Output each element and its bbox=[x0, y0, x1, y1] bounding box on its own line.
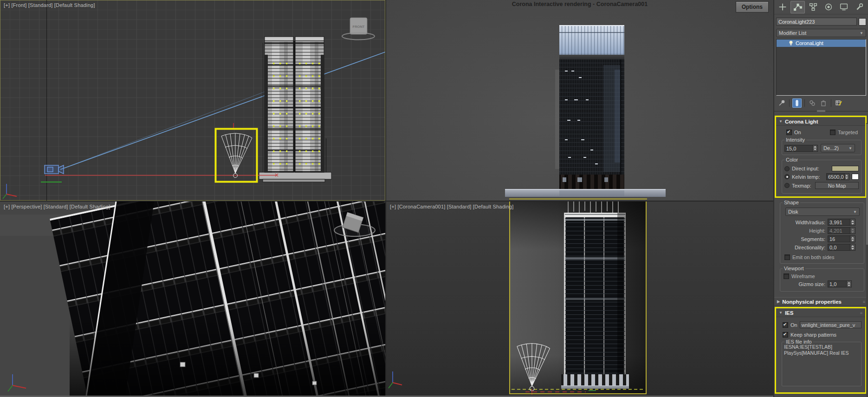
viewport-splitter-horizontal[interactable] bbox=[0, 201, 773, 202]
drag-handle-icon: ≡ bbox=[860, 311, 862, 315]
utilities-tab-icon[interactable] bbox=[852, 1, 866, 13]
modify-tab-icon[interactable] bbox=[790, 1, 805, 13]
create-tab-icon[interactable] bbox=[775, 1, 790, 13]
checkbox-icon[interactable] bbox=[784, 254, 790, 260]
remove-modifier-icon[interactable] bbox=[819, 98, 828, 108]
chevron-down-icon: ▼ bbox=[849, 146, 852, 150]
stack-toolbar bbox=[774, 98, 868, 109]
texmap-button[interactable]: No Map bbox=[815, 182, 859, 189]
collapse-arrow-icon: ▼ bbox=[779, 311, 783, 315]
group-label: IES file info bbox=[784, 339, 813, 345]
panel-scrollbar[interactable] bbox=[866, 123, 868, 397]
shape-type-dropdown[interactable]: Disk ▼ bbox=[785, 208, 860, 216]
axis-tripod-perspective bbox=[8, 374, 26, 391]
rollout-title: IES bbox=[785, 310, 794, 316]
building-front-elevation[interactable] bbox=[259, 37, 331, 182]
group-label: Viewport bbox=[783, 266, 805, 271]
stack-item-label: CoronaLight bbox=[796, 40, 823, 46]
viewport-splitter-vertical[interactable] bbox=[385, 0, 386, 396]
camera-canvas[interactable] bbox=[386, 202, 773, 396]
object-name-field[interactable]: CoronaLight223 bbox=[776, 18, 857, 26]
corona-camera-gizmo[interactable] bbox=[45, 165, 64, 174]
viewport-camera[interactable]: [+] [CoronaCamera001] [Standard] [Defaul… bbox=[386, 202, 773, 396]
light-on-checkbox[interactable]: On bbox=[786, 130, 801, 135]
direct-input-radio[interactable] bbox=[784, 166, 790, 171]
viewport-corona-render[interactable]: Corona Interactive rendering - CoronaCam… bbox=[386, 0, 773, 201]
viewcube-face-label: FRONT bbox=[353, 25, 365, 29]
viewport-front[interactable]: [+] [Front] [Standard] [Default Shading] bbox=[0, 0, 385, 201]
front-viewport-canvas[interactable]: FRONT bbox=[0, 0, 385, 201]
wireframe-checkbox[interactable]: Wireframe bbox=[784, 273, 862, 279]
axis-tripod bbox=[3, 184, 17, 199]
object-color-swatch[interactable] bbox=[859, 18, 866, 26]
viewport-front-label[interactable]: [+] [Front] [Standard] [Default Shading] bbox=[4, 2, 95, 8]
checkbox-checked-icon[interactable] bbox=[786, 130, 792, 135]
pin-stack-icon[interactable] bbox=[777, 98, 786, 108]
display-tab-icon[interactable] bbox=[836, 1, 851, 13]
group-label: Color bbox=[784, 157, 799, 163]
emit-both-sides-checkbox[interactable]: Emit on both sides bbox=[783, 254, 862, 260]
kelvin-spinner[interactable]: 6500,0 bbox=[826, 173, 849, 180]
intensity-units-dropdown[interactable]: De...2) ▼ bbox=[821, 144, 855, 152]
gizmo-size-spinner[interactable]: 1,0 bbox=[828, 280, 852, 287]
stack-item-coronalight[interactable]: CoronaLight bbox=[777, 39, 866, 47]
render-window-title: Corona Interactive rendering - CoronaCam… bbox=[386, 1, 773, 7]
drag-handle-icon: ≡ bbox=[863, 299, 865, 304]
viewport-camera-label[interactable]: [+] [CoronaCamera001] [Standard] [Defaul… bbox=[390, 204, 514, 209]
perspective-canvas[interactable] bbox=[0, 202, 385, 396]
viewport-group: Viewport Wireframe Gizmo size: 1,0 bbox=[780, 268, 864, 292]
expand-arrow-icon: ▶ bbox=[777, 299, 780, 304]
targeted-checkbox[interactable]: Targeted bbox=[830, 130, 858, 135]
chevron-down-icon: ▼ bbox=[853, 210, 857, 214]
segments-spinner[interactable]: 16 bbox=[828, 235, 855, 242]
keep-sharp-patterns-checkbox[interactable]: Keep sharp patterns bbox=[783, 332, 862, 338]
chevron-down-icon: ▼ bbox=[860, 31, 863, 35]
command-panel-tabs bbox=[774, 0, 868, 14]
directionality-row: Directionality: 0,0 bbox=[783, 244, 862, 251]
make-unique-icon[interactable] bbox=[808, 98, 817, 108]
segments-row: Segments: 16 bbox=[783, 235, 862, 242]
motion-tab-icon[interactable] bbox=[821, 1, 836, 13]
intensity-group: Intensity 15,0 De...2) ▼ bbox=[782, 140, 862, 155]
height-spinner: 4,201 bbox=[828, 227, 855, 234]
width-radius-row: Width/radius: 3,991 bbox=[783, 219, 862, 226]
rollout-header-nonphysical[interactable]: ▶ Nonphysical properties ≡ bbox=[774, 297, 868, 306]
render-options-button[interactable]: Options bbox=[736, 1, 769, 13]
viewcube[interactable]: FRONT bbox=[342, 18, 375, 40]
panel-separator[interactable] bbox=[774, 111, 868, 115]
viewport-perspective[interactable]: [+] [Perspective] [Standard] [Default Sh… bbox=[0, 202, 385, 396]
render-canvas bbox=[386, 0, 773, 201]
lower-shadow bbox=[70, 318, 385, 396]
3dsmax-window: [+] [Front] [Standard] [Default Shading] bbox=[0, 0, 868, 397]
intensity-spinner[interactable]: 15,0 bbox=[784, 145, 818, 152]
direct-input-color-swatch[interactable] bbox=[832, 166, 859, 171]
viewport-perspective-label[interactable]: [+] [Perspective] [Standard] [Default Sh… bbox=[4, 204, 110, 209]
rollout-header-corona-light[interactable]: ▼ Corona Light bbox=[776, 117, 865, 126]
checkbox-checked-icon[interactable] bbox=[783, 332, 788, 338]
rollout-header-ies[interactable]: ▼ IES ≡ bbox=[776, 308, 865, 317]
ies-on-checkbox[interactable] bbox=[783, 322, 788, 328]
modifier-list-dropdown[interactable]: Modifier List ▼ bbox=[776, 29, 866, 37]
light-gizmo-dots bbox=[299, 55, 322, 165]
texmap-row: Texmap: No Map bbox=[784, 182, 859, 189]
command-panel: CoronaLight223 Modifier List ▼ CoronaLig… bbox=[774, 0, 868, 397]
axis-tripod-camera bbox=[389, 371, 402, 388]
rollout-area: ▼ Corona Light On Targeted bbox=[774, 116, 868, 394]
checkbox-icon[interactable] bbox=[830, 130, 836, 135]
gizmo-size-row: Gizmo size: 1,0 bbox=[783, 280, 862, 287]
ies-light-cone-gizmo[interactable] bbox=[221, 133, 252, 178]
configure-modifier-sets-icon[interactable] bbox=[834, 98, 843, 108]
modifier-stack[interactable]: CoronaLight bbox=[776, 39, 866, 96]
show-end-result-icon[interactable] bbox=[792, 98, 802, 108]
checkbox-icon[interactable] bbox=[784, 273, 789, 279]
directionality-spinner[interactable]: 0,0 bbox=[828, 244, 855, 251]
ies-file-field[interactable]: wnlight_intense_pure_v bbox=[800, 321, 862, 328]
ies-info-line: IESNA:IES[TESTLAB] bbox=[784, 344, 859, 350]
kelvin-color-swatch[interactable] bbox=[852, 174, 859, 180]
kelvin-radio[interactable] bbox=[784, 174, 790, 179]
rollout-title: Nonphysical properties bbox=[782, 299, 842, 305]
width-radius-spinner[interactable]: 3,991 bbox=[828, 219, 855, 226]
kelvin-row: Kelvin temp: 6500,0 bbox=[784, 173, 859, 180]
texmap-radio[interactable] bbox=[784, 183, 790, 188]
hierarchy-tab-icon[interactable] bbox=[806, 1, 820, 13]
